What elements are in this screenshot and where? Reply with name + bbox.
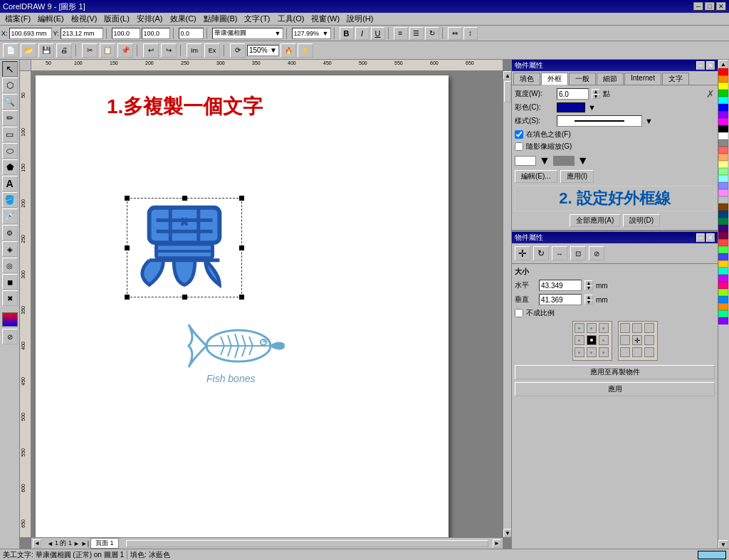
zoom-fit-button[interactable]: 🔥 [280, 43, 296, 58]
palette-scroll-up[interactable]: ▲ [718, 60, 728, 68]
contour-tool[interactable]: ◎ [2, 258, 18, 273]
menu-text[interactable]: 文字(T) [241, 13, 273, 25]
color-cell[interactable] [718, 303, 728, 310]
height-input[interactable] [142, 28, 170, 39]
color-cell[interactable] [718, 268, 728, 275]
scale-checkbox[interactable] [515, 142, 523, 151]
pos-mc[interactable] [587, 335, 597, 345]
pos-tr[interactable] [599, 323, 609, 333]
menu-edit[interactable]: 編輯(E) [34, 13, 68, 25]
eyedropper-tool[interactable]: 💉 [2, 208, 18, 224]
select-tool[interactable]: ↖ [2, 61, 18, 77]
zoom-in-button[interactable]: ⟳ [230, 43, 246, 58]
minimize-button[interactable]: ─ [693, 2, 703, 11]
color-cell[interactable] [718, 139, 728, 147]
rotate-button[interactable]: ↻ [425, 27, 439, 40]
menu-file[interactable]: 檔案(F) [1, 13, 34, 25]
width-value-input[interactable] [557, 88, 589, 100]
font-combo[interactable]: 華康儷相圓 ▼ [212, 28, 283, 39]
menu-arrange[interactable]: 安排(A) [133, 13, 167, 25]
page-nav-prev[interactable]: ◄ [47, 540, 53, 547]
size-combo[interactable]: 127.99% ▼ [292, 28, 331, 39]
menu-effects[interactable]: 效果(C) [167, 13, 200, 25]
props-close-button[interactable]: ✕ [706, 61, 715, 70]
extrude-tool[interactable]: ◈ [2, 241, 18, 257]
interactive-fill[interactable]: ◼ [2, 274, 18, 290]
new-button[interactable]: 📄 [3, 43, 19, 58]
pos-bc[interactable] [587, 347, 597, 357]
maximize-button[interactable]: □ [705, 2, 715, 11]
color-cell[interactable] [718, 154, 728, 161]
cut-button[interactable]: ✂ [82, 43, 98, 58]
h-spin-down[interactable]: ▼ [584, 285, 593, 290]
print-button[interactable]: 🖨 [56, 43, 72, 58]
transform-size[interactable]: ⊡ [570, 246, 586, 260]
width-spin-up[interactable]: ▲ [592, 89, 600, 94]
color-cell[interactable] [718, 90, 728, 97]
menu-tools[interactable]: 工具(O) [274, 13, 308, 25]
shape-tool[interactable]: ⬡ [2, 78, 18, 93]
color-cell[interactable] [718, 232, 728, 239]
color-cell[interactable] [718, 282, 728, 289]
width-input[interactable] [112, 28, 140, 39]
vertical-input[interactable] [539, 294, 582, 305]
menu-help[interactable]: 說明(H) [343, 13, 377, 25]
apply-props-button[interactable]: 應用(I) [560, 170, 594, 183]
tab-fill[interactable]: 填色 [513, 73, 540, 85]
v-spin-down[interactable]: ▼ [584, 300, 593, 305]
color-fill-tool[interactable] [2, 312, 18, 327]
vscroll-up[interactable]: ▲ [503, 71, 511, 80]
color-cell[interactable] [718, 182, 728, 189]
style-combo[interactable] [557, 115, 642, 127]
color-cell[interactable] [718, 125, 728, 132]
char-spacing-button[interactable]: ↕ [463, 27, 478, 40]
import-button[interactable]: Im [187, 43, 202, 58]
menu-layout[interactable]: 版面(L) [100, 13, 132, 25]
props-min-button[interactable]: ─ [696, 61, 705, 70]
palette-scroll-down[interactable]: ▼ [718, 540, 728, 549]
transform-skew[interactable]: ⊘ [589, 246, 604, 260]
freehand-tool[interactable]: ✏ [2, 110, 18, 126]
vscroll-down[interactable]: ▼ [503, 529, 511, 537]
color-cell[interactable] [718, 317, 728, 324]
export-button[interactable]: Ex [204, 43, 220, 58]
undo-button[interactable]: ↩ [143, 43, 159, 58]
color-cell[interactable] [718, 289, 728, 296]
pos-br[interactable] [599, 347, 609, 357]
no-fill-tool[interactable]: ⊘ [2, 329, 18, 344]
color-cell[interactable] [718, 310, 728, 317]
help-button[interactable]: 說明(D) [623, 214, 660, 227]
menu-window[interactable]: 視窗(W) [308, 13, 343, 25]
transform-move[interactable]: ✛ [515, 246, 530, 260]
open-button[interactable]: 📂 [21, 43, 36, 58]
transform-rotate[interactable]: ↻ [533, 246, 549, 260]
coord-y-input[interactable] [61, 28, 103, 39]
color-cell[interactable] [718, 275, 728, 282]
tab-text[interactable]: 文字 [662, 73, 689, 85]
color-cell[interactable] [718, 196, 728, 204]
color-cell[interactable] [718, 97, 728, 104]
v-spin-up[interactable]: ▲ [584, 295, 593, 300]
reset-icon[interactable]: ✗ [706, 88, 715, 100]
menu-bitmap[interactable]: 點陣圖(B) [200, 13, 241, 25]
fill-tool[interactable]: 🪣 [2, 192, 18, 208]
color-cell[interactable] [718, 204, 728, 211]
color-cell[interactable] [718, 253, 728, 260]
color-cell[interactable] [718, 189, 728, 196]
color-cell[interactable] [718, 296, 728, 303]
page-nav-next[interactable]: ► [73, 540, 80, 547]
canvas-vscroll[interactable]: ▲ ▼ [503, 71, 511, 537]
page-tab-1[interactable]: 頁面 1 [90, 538, 119, 549]
hscroll-thumb[interactable] [126, 540, 488, 547]
apply-copies-button[interactable]: 應用至再製物件 [515, 365, 715, 379]
color-cell[interactable] [718, 132, 728, 139]
bold-button[interactable]: B [340, 27, 354, 40]
underline-button[interactable]: U [371, 27, 385, 40]
polygon-tool[interactable]: ⬟ [2, 159, 18, 175]
save-button[interactable]: 💾 [38, 43, 54, 58]
angle-input[interactable] [179, 28, 204, 39]
canvas-hscroll[interactable]: ◄ ◄ 1 的 1 ► ►| 頁面 1 ► [31, 537, 503, 549]
pos-tl[interactable] [575, 323, 584, 333]
transform-close-button[interactable]: ✕ [706, 233, 715, 242]
align-left-button[interactable]: ≡ [394, 27, 408, 40]
